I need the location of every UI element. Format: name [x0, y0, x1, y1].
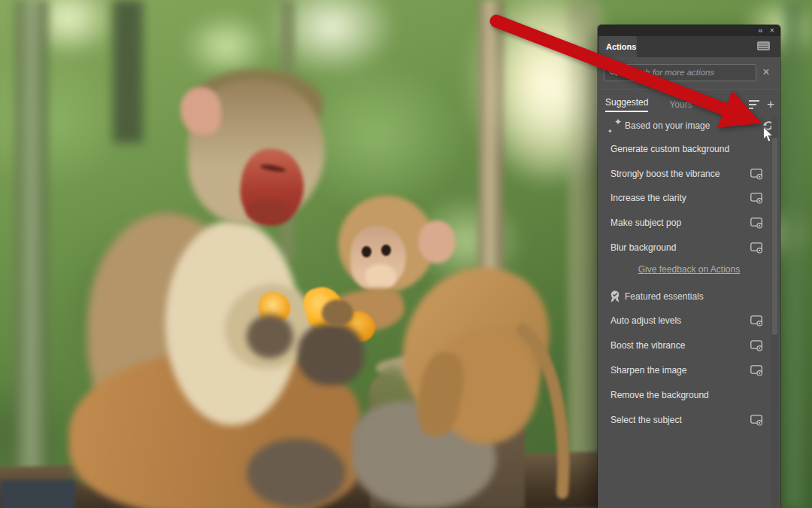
baby-monkey-hand — [322, 300, 353, 327]
action-item[interactable]: Generate custom background — [598, 140, 780, 158]
action-item[interactable]: Strongly boost the vibrance — [598, 165, 780, 183]
filter-tabs: Suggested Yours + — [605, 96, 774, 114]
panel-menu-icon[interactable] — [757, 41, 770, 50]
collapse-panel-icon[interactable]: « — [758, 26, 762, 35]
action-item-label: Strongly boost the vibrance — [611, 169, 720, 179]
baby-monkey-muzzle — [365, 264, 396, 289]
search-icon — [609, 68, 618, 77]
badge-icon — [606, 290, 624, 303]
action-item-label: Generate custom background — [611, 144, 729, 154]
preview-action-icon[interactable] — [750, 242, 764, 254]
action-item[interactable]: Boost the vibrance — [598, 336, 780, 354]
adult-monkey-hand — [298, 324, 364, 385]
sort-icon[interactable] — [749, 100, 759, 109]
action-item[interactable]: Select the subject — [598, 411, 780, 429]
scrollbar-thumb[interactable] — [772, 138, 777, 335]
preview-action-icon[interactable] — [750, 340, 764, 351]
baby-monkey-eye — [362, 246, 371, 257]
action-item-label: Boost the vibrance — [611, 340, 685, 351]
close-panel-icon[interactable]: × — [770, 26, 774, 35]
screenshot-stage: « × Actions Search for more actions × Su… — [0, 0, 812, 508]
preview-action-icon[interactable] — [750, 217, 764, 229]
baby-monkey-eye — [381, 245, 391, 256]
action-item-label: Increase the clarity — [611, 193, 686, 203]
section-label: Based on your image — [625, 120, 710, 131]
feedback-row: Give feedback on Actions — [598, 261, 780, 278]
action-item-label: Auto adjust levels — [611, 315, 681, 326]
action-item[interactable]: Make subject pop — [598, 214, 780, 232]
action-item[interactable]: Increase the clarity — [598, 189, 780, 207]
panel-titlebar: « × — [598, 25, 780, 36]
actions-panel: « × Actions Search for more actions × Su… — [598, 25, 780, 508]
give-feedback-link[interactable]: Give feedback on Actions — [638, 264, 740, 275]
preview-action-icon[interactable] — [750, 315, 764, 327]
section-header-featured-essentials: Featured essentials — [598, 287, 780, 306]
add-action-icon[interactable]: + — [767, 98, 774, 111]
search-row: Search for more actions × — [604, 63, 776, 81]
scrollbar-track[interactable] — [771, 117, 778, 508]
section-header-based-on-your-image: ✦✦ Based on your image — [598, 117, 780, 135]
action-item-label: Select the subject — [611, 415, 682, 425]
action-item[interactable]: Auto adjust levels — [598, 312, 780, 330]
tab-actions[interactable]: Actions — [599, 36, 637, 57]
divider — [598, 89, 780, 90]
tab-yours[interactable]: Yours — [669, 99, 692, 110]
action-item[interactable]: Remove the background — [598, 386, 780, 404]
preview-action-icon[interactable] — [750, 415, 764, 426]
search-input[interactable]: Search for more actions — [604, 64, 756, 81]
sparkles-icon: ✦✦ — [606, 119, 624, 132]
action-item-label: Blur background — [611, 242, 676, 253]
section-label: Featured essentials — [625, 291, 704, 302]
action-item-label: Remove the background — [611, 390, 709, 400]
preview-action-icon[interactable] — [750, 193, 764, 204]
action-item[interactable]: Blur background — [598, 239, 780, 257]
baby-monkey-ear — [418, 221, 456, 263]
action-item-label: Make subject pop — [611, 217, 681, 228]
preview-action-icon[interactable] — [750, 365, 764, 376]
preview-action-icon[interactable] — [750, 169, 764, 180]
adult-monkey-hand — [247, 315, 293, 358]
clear-search-icon[interactable]: × — [756, 66, 776, 78]
tab-suggested[interactable]: Suggested — [605, 97, 648, 112]
action-item[interactable]: Sharpen the image — [598, 361, 780, 379]
panel-tab-bar: Actions — [598, 36, 780, 57]
action-item-label: Sharpen the image — [611, 365, 686, 376]
search-placeholder: Search for more actions — [623, 68, 714, 77]
